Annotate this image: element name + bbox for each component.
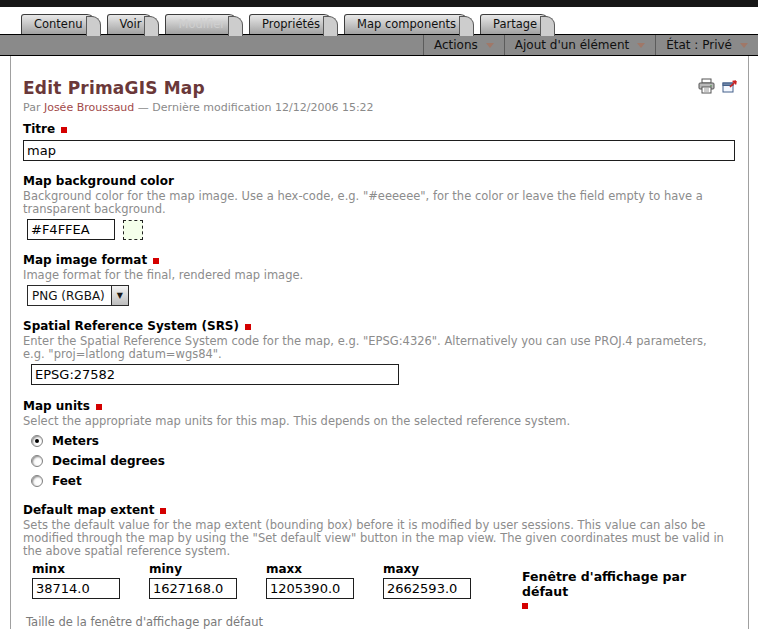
required-marker — [153, 258, 159, 264]
srs-description: Enter the Spatial Reference System code … — [23, 335, 731, 361]
minx-field: minx — [32, 562, 120, 609]
color-swatch — [123, 220, 143, 240]
required-marker — [245, 324, 251, 330]
radio-option-feet[interactable]: Feet — [31, 474, 734, 488]
tab-proprietes[interactable]: Propriétés — [249, 14, 333, 34]
bg-color-description: Background color for the map image. Use … — [23, 190, 731, 216]
byline: Par Josée Broussaud — Dernière modificat… — [23, 101, 734, 114]
miny-field: miny — [149, 562, 237, 609]
add-item-menu[interactable]: Ajout d'un élément — [504, 35, 655, 55]
state-menu[interactable]: État : Privé — [655, 35, 758, 55]
titre-label: Titre — [23, 122, 734, 136]
bg-color-label: Map background color — [23, 174, 734, 188]
required-marker — [522, 603, 528, 609]
printer-icon[interactable] — [698, 78, 715, 94]
titre-label-text: Titre — [23, 122, 55, 136]
image-format-selected-value: PNG (RGBA) — [28, 286, 111, 305]
tab-modifier[interactable]: Modifier — [165, 14, 238, 34]
expand-window-icon[interactable] — [722, 78, 738, 94]
maxx-label: maxx — [266, 562, 354, 576]
tab-voir[interactable]: Voir — [107, 14, 155, 34]
maxy-field: maxy — [383, 562, 471, 609]
miny-input[interactable] — [149, 578, 237, 599]
map-units-radio-group: Meters Decimal degrees Feet — [31, 434, 734, 488]
radio-option-decimal-degrees[interactable]: Decimal degrees — [31, 454, 734, 468]
viewport-label: Fenêtre d'affichage par défaut — [522, 569, 734, 599]
map-units-description: Select the appropriate map units for thi… — [23, 415, 731, 428]
radio-label: Decimal degrees — [52, 454, 165, 468]
titre-input[interactable] — [23, 140, 735, 161]
radio-button-icon[interactable] — [31, 455, 43, 467]
actions-menu-label: Actions — [434, 38, 478, 52]
radio-button-icon[interactable] — [31, 475, 43, 487]
chevron-down-icon — [486, 43, 494, 48]
radio-label: Feet — [52, 474, 82, 488]
srs-label-text: Spatial Reference System (SRS) — [23, 319, 239, 333]
document-actions — [698, 78, 738, 94]
maxx-input[interactable] — [266, 578, 354, 599]
author-link[interactable]: Josée Broussaud — [44, 101, 134, 114]
byline-prefix: Par — [23, 101, 40, 114]
radio-button-icon[interactable] — [31, 435, 43, 447]
tab-map-components[interactable]: Map components — [344, 14, 469, 34]
extent-label: Default map extent — [23, 503, 734, 517]
srs-input[interactable] — [31, 364, 399, 385]
edit-form: Edit PrimaGIS Map Par Josée Broussaud — … — [10, 56, 749, 629]
required-marker — [61, 127, 67, 133]
radio-label: Meters — [52, 434, 99, 448]
image-format-description: Image format for the final, rendered map… — [23, 269, 731, 282]
maxy-input[interactable] — [383, 578, 471, 599]
srs-label: Spatial Reference System (SRS) — [23, 319, 734, 333]
image-format-label-text: Map image format — [23, 253, 147, 267]
add-item-menu-label: Ajout d'un élément — [515, 38, 629, 52]
chevron-down-icon — [740, 43, 748, 48]
tab-contenu[interactable]: Contenu — [21, 14, 96, 34]
extent-description: Sets the default value for the map exten… — [23, 519, 731, 558]
viewport-size-label: Taille de la fenêtre d'affichage par déf… — [26, 615, 734, 629]
miny-label: miny — [149, 562, 237, 576]
byline-suffix: — Dernière modification 12/12/2006 15:22 — [138, 101, 374, 114]
map-units-label: Map units — [23, 399, 734, 413]
minx-input[interactable] — [32, 578, 120, 599]
viewport-field: Fenêtre d'affichage par défaut — [522, 569, 734, 609]
required-marker — [96, 404, 102, 410]
extent-label-text: Default map extent — [23, 503, 154, 517]
select-dropdown-arrow-icon[interactable]: ▼ — [111, 286, 128, 305]
radio-option-meters[interactable]: Meters — [31, 434, 734, 448]
page-title: Edit PrimaGIS Map — [23, 78, 734, 98]
map-units-label-text: Map units — [23, 399, 90, 413]
top-black-bar — [0, 0, 758, 7]
state-menu-label: État : Privé — [666, 38, 732, 52]
minx-label: minx — [32, 562, 120, 576]
content-tabs: Contenu Voir Modifier Propriétés Map com… — [21, 14, 550, 34]
tab-partage[interactable]: Partage — [480, 14, 550, 34]
actions-menu[interactable]: Actions — [423, 35, 504, 55]
bg-color-input[interactable] — [27, 219, 115, 240]
maxx-field: maxx — [266, 562, 354, 609]
image-format-select[interactable]: PNG (RGBA) ▼ — [27, 285, 129, 306]
action-bar: Actions Ajout d'un élément État : Privé — [0, 34, 758, 56]
required-marker — [160, 508, 166, 514]
image-format-label: Map image format — [23, 253, 734, 267]
chevron-down-icon — [637, 43, 645, 48]
maxy-label: maxy — [383, 562, 471, 576]
